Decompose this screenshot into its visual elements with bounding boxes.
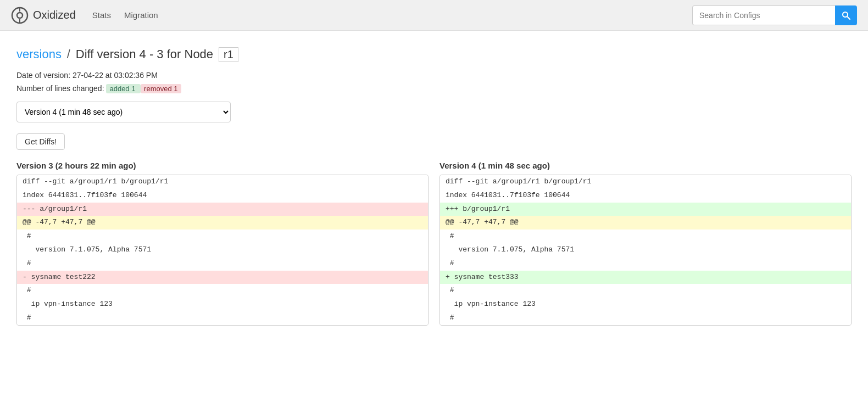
- diff-line: #: [17, 311, 428, 325]
- diff-line: + sysname test333: [440, 271, 851, 284]
- diff-line: index 6441031..7f103fe 100644: [17, 189, 428, 203]
- lines-changed: Number of lines changed: added 1 removed…: [16, 84, 852, 93]
- diff-line: - sysname test222: [17, 271, 428, 284]
- version-select[interactable]: Version 4 (1 min 48 sec ago): [16, 102, 231, 122]
- breadcrumb: versions / Diff version 4 - 3 for Node r…: [16, 47, 852, 62]
- diff-line: #: [440, 257, 851, 271]
- removed-badge: removed 1: [141, 84, 181, 93]
- diff-line: #: [440, 311, 851, 325]
- svg-point-1: [17, 13, 23, 18]
- brand-name: Oxidized: [33, 9, 76, 21]
- left-diff-panel: Version 3 (2 hours 22 min ago) diff --gi…: [16, 161, 429, 326]
- node-badge: r1: [219, 47, 238, 62]
- date-info: Date of version: 27-04-22 at 03:02:36 PM: [16, 71, 852, 80]
- diff-container: Version 3 (2 hours 22 min ago) diff --gi…: [16, 161, 852, 326]
- right-diff-box: diff --git a/group1/r1 b/group1/r1index …: [439, 175, 852, 326]
- diff-line: +++ b/group1/r1: [440, 203, 851, 216]
- added-count: 1: [131, 85, 135, 93]
- added-badge: added 1: [106, 84, 141, 93]
- diff-line: @@ -47,7 +47,7 @@: [17, 216, 428, 230]
- nav-stats[interactable]: Stats: [92, 10, 111, 20]
- nav-migration[interactable]: Migration: [124, 10, 158, 20]
- main-content: versions / Diff version 4 - 3 for Node r…: [0, 31, 868, 403]
- diff-title: Diff version 4 - 3 for Node: [76, 47, 213, 61]
- brand-area[interactable]: Oxidized: [11, 7, 76, 24]
- left-diff-box: diff --git a/group1/r1 b/group1/r1index …: [16, 175, 429, 326]
- diff-line: #: [440, 230, 851, 243]
- diff-line: ip vpn-instance 123: [17, 298, 428, 311]
- diff-line: ip vpn-instance 123: [440, 298, 851, 311]
- removed-count: 1: [174, 85, 177, 93]
- search-button[interactable]: [835, 5, 857, 25]
- search-area: [692, 5, 857, 25]
- diff-line: diff --git a/group1/r1 b/group1/r1: [440, 175, 851, 189]
- breadcrumb-separator: /: [67, 47, 70, 61]
- diff-line: version 7.1.075, Alpha 7571: [440, 243, 851, 257]
- diff-line: #: [440, 284, 851, 298]
- diff-line: --- a/group1/r1: [17, 203, 428, 216]
- diff-line: @@ -47,7 +47,7 @@: [440, 216, 851, 230]
- get-diffs-button[interactable]: Get Diffs!: [16, 133, 65, 150]
- removed-label: removed: [144, 85, 172, 93]
- search-input[interactable]: [692, 5, 835, 25]
- diff-line: #: [17, 230, 428, 243]
- diff-line: diff --git a/group1/r1 b/group1/r1: [17, 175, 428, 189]
- added-label: added: [109, 85, 129, 93]
- lines-changed-label: Number of lines changed:: [16, 84, 104, 93]
- diff-line: version 7.1.075, Alpha 7571: [17, 243, 428, 257]
- search-icon: [842, 11, 850, 20]
- navbar: Oxidized Stats Migration: [0, 0, 868, 31]
- versions-link[interactable]: versions: [16, 47, 62, 61]
- diff-line: index 6441031..7f103fe 100644: [440, 189, 851, 203]
- right-panel-title: Version 4 (1 min 48 sec ago): [439, 161, 852, 170]
- diff-line: #: [17, 257, 428, 271]
- svg-line-5: [847, 16, 850, 19]
- brand-icon: [11, 7, 29, 24]
- right-diff-panel: Version 4 (1 min 48 sec ago) diff --git …: [439, 161, 852, 326]
- nav-links: Stats Migration: [92, 10, 692, 20]
- diff-line: #: [17, 284, 428, 298]
- left-panel-title: Version 3 (2 hours 22 min ago): [16, 161, 429, 170]
